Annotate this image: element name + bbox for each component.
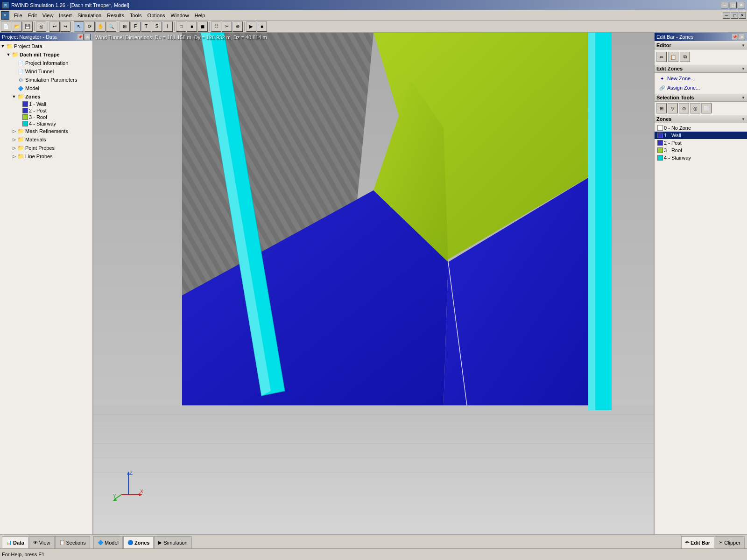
project-folder-icon: 📁 [11, 51, 19, 58]
title-bar: R RWIND Simulation 1.26 - [Dach mit Trep… [0, 0, 747, 10]
view-top[interactable]: T [141, 21, 151, 32]
nav-header-buttons[interactable]: 📌 ✕ [77, 34, 91, 40]
tree-zone-stairway[interactable]: ▷ 4 - Stairway [0, 120, 92, 127]
tree-sim-params[interactable]: ▷ ⚙ Simulation Parameters [0, 76, 92, 84]
new-button[interactable]: 📄 [1, 21, 11, 32]
project-toggle[interactable]: ▼ [6, 52, 11, 57]
tab-zones[interactable]: 🔵 Zones [123, 536, 154, 548]
tree-materials[interactable]: ▷ 📁 Materials [0, 135, 92, 144]
view-iso[interactable]: I [162, 21, 173, 32]
wall-swatch [22, 101, 28, 107]
editor-section-header[interactable]: Editor ▼ [655, 41, 747, 49]
solid-button[interactable]: ■ [187, 21, 197, 32]
pan-button[interactable]: ✋ [95, 21, 106, 32]
zone-item-no-zone[interactable]: 0 - No Zone [655, 124, 747, 132]
viewport[interactable]: Wind Tunnel Dimensions: Dx = 181.158 m, … [93, 33, 654, 534]
menu-window[interactable]: Window [168, 12, 192, 19]
tree-zones-folder[interactable]: ▼ 📁 Zones [0, 92, 92, 101]
editor-btn-1[interactable]: ✏ [656, 52, 667, 62]
sel-tool-4[interactable]: ◎ [690, 103, 700, 113]
menu-edit[interactable]: Edit [25, 12, 40, 19]
tree-root[interactable]: ▼ 📁 Project Data [0, 42, 92, 50]
tree-mesh-ref[interactable]: ▷ 📁 Mesh Refinements [0, 127, 92, 135]
zone-item-roof[interactable]: 3 - Roof [655, 147, 747, 154]
selection-tools-header[interactable]: Selection Tools ▼ [655, 93, 747, 102]
tab-data[interactable]: 📊 Data [2, 536, 28, 548]
save-button[interactable]: 💾 [22, 21, 33, 32]
mesh-button[interactable]: ⠿ [211, 21, 221, 32]
menu-help[interactable]: Help [192, 12, 208, 19]
tab-sections[interactable]: 📋 Sections [55, 536, 90, 548]
zones-section-header[interactable]: Zones ▼ [655, 115, 747, 123]
tree-zone-post[interactable]: ▷ 2 - Post [0, 107, 92, 114]
fit-button[interactable]: ⊞ [120, 21, 130, 32]
tab-clipper[interactable]: ✂ Clipper [715, 536, 745, 548]
zones-toggle[interactable]: ▼ [11, 94, 17, 99]
zone-item-post[interactable]: 2 - Post [655, 139, 747, 147]
menu-tools[interactable]: Tools [127, 12, 145, 19]
stop-button[interactable]: ■ [257, 21, 267, 32]
view-side[interactable]: S [152, 21, 162, 32]
right-close-button[interactable]: ✕ [739, 34, 745, 40]
edit-zones-section-header[interactable]: Edit Zones ▼ [655, 64, 747, 73]
zoom-button[interactable]: 🔍 [106, 21, 116, 32]
run-button[interactable]: ▶ [246, 21, 256, 32]
tree-wind-tunnel[interactable]: ▷ 📄 Wind Tunnel [0, 67, 92, 76]
zone-item-stairway[interactable]: 4 - Stairway [655, 154, 747, 161]
tree-line-probes[interactable]: ▷ 📁 Line Probes [0, 152, 92, 161]
zone-item-wall[interactable]: 1 - Wall [655, 132, 747, 139]
restore-button[interactable]: ◻ [729, 2, 737, 8]
redo-button[interactable]: ↪ [60, 21, 70, 32]
menu-insert[interactable]: Insert [56, 12, 75, 19]
model-label: Model [25, 85, 39, 91]
tree-project-info[interactable]: ▷ 📄 Project Information [0, 59, 92, 67]
right-header-buttons[interactable]: 📌 ✕ [732, 34, 745, 40]
menu-options[interactable]: Options [145, 12, 168, 19]
tree-model[interactable]: ▷ 🔷 Model [0, 84, 92, 92]
new-zone-button[interactable]: ✦ New Zone... [656, 74, 745, 83]
sel-tool-5[interactable]: ⬜ [701, 103, 712, 113]
probe-button[interactable]: ⊕ [233, 21, 243, 32]
sep7 [244, 22, 245, 31]
minimize-button[interactable]: ─ [721, 2, 728, 8]
nav-close-button[interactable]: ✕ [84, 34, 91, 40]
menu-simulation[interactable]: Simulation [75, 12, 104, 19]
doc-restore-button[interactable]: ◻ [731, 12, 738, 19]
tree-zone-roof[interactable]: ▷ 3 - Roof [0, 114, 92, 120]
menu-view[interactable]: View [40, 12, 56, 19]
tree-zone-wall[interactable]: ▷ 1 - Wall [0, 101, 92, 107]
tree-point-probes[interactable]: ▷ 📁 Point Probes [0, 144, 92, 152]
right-pin-button[interactable]: 📌 [732, 34, 738, 40]
menu-file[interactable]: File [11, 12, 25, 19]
editor-btn-3[interactable]: ⧉ [680, 52, 690, 62]
tree-project[interactable]: ▼ 📁 Dach mit Treppe [0, 50, 92, 59]
print-button[interactable]: 🖨 [36, 21, 46, 32]
svg-text:Y: Y [113, 494, 116, 499]
sel-tool-1[interactable]: ⊞ [656, 103, 667, 113]
assign-zone-button[interactable]: 🔗 Assign Zone... [656, 83, 745, 92]
doc-close-button[interactable]: ✕ [739, 12, 746, 19]
editor-btn-2[interactable]: 📋 [668, 52, 678, 62]
tab-edit-bar[interactable]: ✏ Edit Bar [681, 536, 714, 548]
undo-button[interactable]: ↩ [49, 21, 60, 32]
title-bar-controls[interactable]: ─ ◻ ✕ [721, 2, 745, 8]
sel-tool-3[interactable]: ⊙ [679, 103, 689, 113]
root-toggle[interactable]: ▼ [0, 43, 6, 49]
tab-view[interactable]: 👁 View [29, 536, 55, 548]
open-button[interactable]: 📂 [12, 21, 22, 32]
toolbar-row-1: 📄 📂 💾 🖨 ↩ ↪ ↖ ⟳ ✋ 🔍 ⊞ F T S I □ ■ ◼ ⠿ ✂ … [0, 21, 747, 33]
menu-results[interactable]: Results [104, 12, 127, 19]
doc-minimize-button[interactable]: ─ [723, 12, 730, 19]
nav-pin-button[interactable]: 📌 [77, 34, 84, 40]
close-button[interactable]: ✕ [738, 2, 745, 8]
view-front[interactable]: F [130, 21, 141, 32]
clip-button[interactable]: ✂ [222, 21, 232, 32]
tab-model[interactable]: 🔷 Model [93, 536, 123, 548]
sel-tool-2[interactable]: ▽ [668, 103, 678, 113]
select-button[interactable]: ↖ [74, 21, 84, 32]
rotate-button[interactable]: ⟳ [85, 21, 95, 32]
shaded-button[interactable]: ◼ [197, 21, 208, 32]
edit-zones-content: ✦ New Zone... 🔗 Assign Zone... [655, 73, 747, 93]
tab-simulation[interactable]: ▶ Simulation [154, 536, 191, 548]
wireframe-button[interactable]: □ [176, 21, 186, 32]
